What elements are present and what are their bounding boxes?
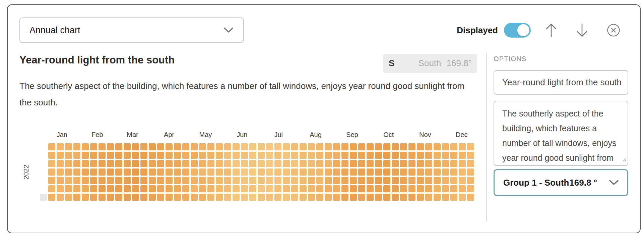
heatmap-cell: [124, 169, 131, 176]
heatmap-cell: [325, 169, 332, 176]
heatmap-cell: [48, 160, 55, 167]
heatmap-cell: [115, 160, 122, 167]
heatmap-cell: [266, 160, 273, 167]
heatmap-week-column: [341, 143, 348, 201]
heatmap-cell: [425, 177, 432, 184]
heatmap-cell: [375, 152, 382, 159]
heatmap-week-column: [266, 143, 273, 201]
displayed-toggle[interactable]: [504, 23, 531, 38]
heatmap-cell: [300, 143, 307, 150]
heatmap-cell: [107, 143, 114, 150]
heatmap-cell: [48, 194, 55, 201]
heatmap-cell: [199, 194, 206, 201]
heatmap-cell: [90, 143, 97, 150]
description-textarea[interactable]: The southerly aspect of the building, wh…: [494, 101, 628, 166]
heatmap-cell: [274, 143, 281, 150]
heatmap-cell: [241, 160, 248, 167]
heatmap-cell: [459, 194, 466, 201]
heatmap-cell: [140, 194, 147, 201]
heatmap-cell: [99, 177, 106, 184]
heatmap-cell: [233, 143, 240, 150]
heatmap-cell: [459, 143, 466, 150]
month-label: Feb: [91, 131, 103, 139]
arrow-down-icon: [576, 22, 588, 38]
heatmap-cell: [341, 177, 348, 184]
heatmap-cell: [216, 169, 223, 176]
move-up-button[interactable]: [545, 22, 558, 38]
heatmap-cell: [442, 177, 449, 184]
group-select[interactable]: Group 1 - South 169.8 °: [494, 169, 628, 196]
heatmap-cell: [258, 169, 265, 176]
chart-type-select[interactable]: Annual chart: [19, 17, 244, 43]
heatmap-cell: [434, 194, 441, 201]
heatmap-cell: [341, 194, 348, 201]
heatmap-cell: [191, 143, 198, 150]
card-controls: Displayed: [457, 17, 621, 43]
heatmap-week-column: [90, 143, 97, 201]
heatmap-cell: [333, 152, 340, 159]
heatmap-cell: [367, 185, 374, 192]
heatmap-week-column: [73, 143, 80, 201]
heatmap-week-column: [467, 143, 474, 201]
heatmap-cell: [308, 169, 315, 176]
heatmap-cell: [274, 194, 281, 201]
heatmap-cell: [400, 185, 407, 192]
heatmap-cell: [191, 160, 198, 167]
heatmap-cell: [325, 194, 332, 201]
heatmap-week-column: [166, 143, 173, 201]
heatmap-week-column: [274, 143, 281, 201]
heatmap-cell: [417, 185, 424, 192]
heatmap-cell: [82, 169, 89, 176]
heatmap-cell: [57, 160, 64, 167]
heatmap-week-column: [333, 143, 340, 201]
heatmap-week-column: [132, 143, 139, 201]
heatmap-cell: [157, 177, 164, 184]
heatmap-week-column: [367, 143, 374, 201]
heatmap-cell: [300, 185, 307, 192]
page-title: Year-round light from the south: [19, 54, 175, 66]
heatmap-cell: [166, 194, 173, 201]
year-axis: 2022: [20, 143, 32, 201]
heatmap-cell: [174, 185, 181, 192]
remove-button[interactable]: [606, 23, 621, 37]
year-label: 2022: [22, 164, 30, 180]
heatmap-cell: [90, 152, 97, 159]
heatmap-cell: [383, 185, 390, 192]
heatmap-cell: [266, 152, 273, 159]
heatmap-cell: [249, 152, 256, 159]
heatmap-cell: [166, 185, 173, 192]
heatmap-cell: [425, 143, 432, 150]
heatmap-cell: [266, 177, 273, 184]
month-label: Jun: [237, 131, 247, 139]
heatmap-cell: [107, 194, 114, 201]
heatmap-cell: [241, 185, 248, 192]
heatmap-cell: [224, 152, 231, 159]
heatmap-cell: [450, 160, 457, 167]
move-down-button[interactable]: [576, 22, 588, 38]
heatmap-cell: [99, 143, 106, 150]
heatmap-cell: [241, 169, 248, 176]
heatmap-cell: [90, 177, 97, 184]
heatmap-cell: [316, 185, 323, 192]
heatmap-cell: [241, 143, 248, 150]
title-input[interactable]: [494, 70, 628, 95]
heatmap-cell: [291, 185, 298, 192]
heatmap-cell: [57, 152, 64, 159]
heatmap-cell: [258, 160, 265, 167]
heatmap-cell: [300, 169, 307, 176]
heatmap-cell: [383, 152, 390, 159]
heatmap-cell: [316, 143, 323, 150]
heatmap-week-column: [224, 143, 231, 201]
heatmap-cell: [425, 185, 432, 192]
heatmap-week-column: [417, 143, 424, 201]
heatmap-cell: [358, 185, 365, 192]
heatmap-cell: [417, 143, 424, 150]
heatmap-cell: [107, 152, 114, 159]
heatmap-week-column: [358, 143, 365, 201]
heatmap-cell: [57, 185, 64, 192]
heatmap-cell: [266, 185, 273, 192]
heatmap-cell: [434, 143, 441, 150]
heatmap-cell: [182, 177, 189, 184]
heatmap-cell: [300, 152, 307, 159]
heatmap-cell: [140, 177, 147, 184]
